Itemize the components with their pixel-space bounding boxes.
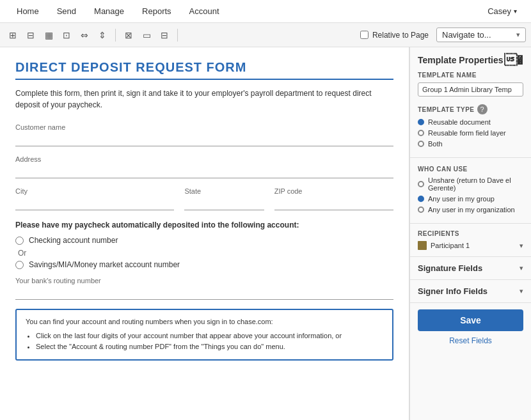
navigate-chevron-icon: ▾ (516, 31, 520, 39)
or-text: Or (18, 249, 393, 258)
customer-name-field: Customer name (15, 123, 393, 146)
toolbar-icon-5[interactable]: ⇔ (77, 27, 92, 43)
nav-send[interactable]: Send (48, 0, 85, 23)
participant-chevron-icon[interactable]: ▾ (519, 242, 523, 250)
template-name-subtitle: TEMPLATE NAME (418, 72, 523, 79)
signature-fields-section[interactable]: Signature Fields ▾ (410, 257, 531, 280)
who-can-use-subtitle: WHO CAN USE (418, 166, 523, 173)
savings-label: Savings/MIA/Money market account number (29, 260, 180, 269)
reset-fields-button[interactable]: Reset Fields (410, 334, 531, 348)
checking-label: Checking account number (29, 236, 118, 245)
template-properties-title: Template Properties � (418, 54, 523, 66)
toolbar: ⊞ ⊟ ▦ ⊡ ⇔ ⇕ ⊠ ▭ ⊟ Relative to Page Navig… (0, 23, 531, 47)
template-type-reusable-doc: Reusable document (418, 118, 523, 126)
city-field: City (15, 187, 174, 210)
zip-field: ZIP code (274, 187, 393, 210)
relative-to-page-checkbox[interactable] (360, 31, 369, 39)
template-type-section: TEMPLATE TYPE ? Reusable document Reusab… (418, 104, 523, 148)
info-box-bullet1: Click on the last four digits of your ac… (36, 331, 383, 342)
cursor-icon: � (504, 54, 523, 66)
toolbar-icon-9[interactable]: ⊟ (157, 27, 172, 43)
any-user-group-option: Any user in my group (418, 195, 523, 203)
toolbar-icon-3[interactable]: ▦ (41, 27, 56, 43)
relative-to-page-label: Relative to Page (360, 31, 429, 40)
address-label: Address (15, 155, 393, 163)
routing-label: Your bank's routing number (15, 277, 393, 284)
top-nav: Home Send Manage Reports Account Casey (0, 0, 531, 23)
signature-fields-title: Signature Fields (418, 263, 482, 273)
zip-input[interactable] (274, 196, 393, 210)
city-label: City (15, 187, 174, 195)
recipients-subtitle: RECIPIENTS (418, 230, 523, 237)
nav-home[interactable]: Home (8, 0, 48, 23)
participant-badge-icon (418, 241, 427, 250)
info-box-line1: You can find your account and routing nu… (26, 318, 273, 325)
info-box: You can find your account and routing nu… (15, 309, 393, 361)
any-user-org-radio[interactable] (418, 206, 424, 213)
checking-account-option: Checking account number (15, 236, 393, 245)
recipients-section: RECIPIENTS Participant 1 ▾ (410, 224, 531, 257)
document-intro: Complete this form, then print it, sign … (15, 88, 393, 111)
toolbar-icon-1[interactable]: ⊞ (5, 27, 20, 43)
who-can-use-section: WHO CAN USE Unshare (return to Dave el G… (410, 159, 531, 224)
toolbar-icon-4[interactable]: ⊡ (59, 27, 74, 43)
save-button[interactable]: Save (418, 309, 523, 331)
participant-label: Participant 1 (431, 242, 516, 249)
navigate-dropdown[interactable]: Navigate to... ▾ (436, 27, 526, 42)
right-panel: Template Properties � TEMPLATE NAME TEMP… (409, 47, 531, 420)
customer-name-input[interactable] (15, 132, 393, 146)
city-input[interactable] (15, 196, 174, 210)
toolbar-icon-2[interactable]: ⊟ (23, 27, 38, 43)
account-section-header: Please have my paycheck automatically de… (15, 221, 393, 229)
signer-info-fields-section[interactable]: Signer Info Fields ▾ (410, 280, 531, 303)
state-field: State (184, 187, 264, 210)
toolbar-icon-6[interactable]: ⇕ (95, 27, 110, 43)
unshare-radio[interactable] (418, 181, 424, 187)
template-type-help-icon[interactable]: ? (477, 104, 487, 114)
toolbar-icon-8[interactable]: ▭ (139, 27, 154, 43)
template-type-both: Both (418, 140, 523, 148)
state-label: State (184, 187, 264, 195)
savings-account-option: Savings/MIA/Money market account number (15, 260, 393, 269)
template-properties-section: Template Properties � TEMPLATE NAME TEMP… (410, 47, 531, 158)
nav-manage[interactable]: Manage (85, 0, 133, 23)
city-state-zip-row: City State ZIP code (15, 187, 393, 210)
savings-radio[interactable] (15, 261, 24, 269)
unshare-option: Unshare (return to Dave el Gerente) (418, 176, 523, 192)
any-user-org-option: Any user in my organization (418, 206, 523, 214)
signer-info-chevron-icon: ▾ (519, 287, 523, 295)
both-radio-empty[interactable] (418, 141, 424, 147)
document-title: DIRECT DEPOSIT REQUEST FORM (15, 60, 393, 80)
state-input[interactable] (184, 196, 264, 210)
nav-reports[interactable]: Reports (133, 0, 180, 23)
checking-radio[interactable] (15, 237, 24, 245)
main-layout: DIRECT DEPOSIT REQUEST FORM Complete thi… (0, 47, 531, 420)
toolbar-icon-7[interactable]: ⊠ (121, 27, 136, 43)
signature-fields-chevron-icon: ▾ (519, 264, 523, 272)
signer-info-fields-title: Signer Info Fields (418, 286, 487, 296)
reusable-doc-radio-filled[interactable] (418, 119, 424, 125)
any-user-group-radio[interactable] (418, 196, 424, 202)
user-menu[interactable]: Casey (481, 6, 523, 16)
routing-number-field: Your bank's routing number (15, 277, 393, 300)
address-field: Address (15, 155, 393, 178)
toolbar-separator-2 (177, 29, 178, 42)
address-input[interactable] (15, 164, 393, 178)
customer-name-label: Customer name (15, 123, 393, 131)
document-area: DIRECT DEPOSIT REQUEST FORM Complete thi… (0, 47, 409, 420)
template-type-form-field: Reusable form field layer (418, 129, 523, 137)
form-field-radio-empty[interactable] (418, 130, 424, 136)
routing-input[interactable] (15, 286, 393, 300)
template-name-input[interactable] (418, 82, 523, 97)
participant-row: Participant 1 ▾ (418, 241, 523, 250)
zip-label: ZIP code (274, 187, 393, 195)
toolbar-separator-1 (115, 29, 116, 42)
nav-account[interactable]: Account (180, 0, 228, 23)
template-type-subtitle: TEMPLATE TYPE (418, 106, 475, 113)
info-box-bullet2: Select the "Account & routing number PDF… (36, 341, 383, 353)
